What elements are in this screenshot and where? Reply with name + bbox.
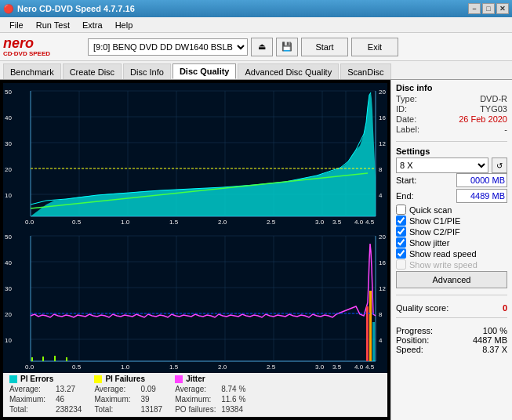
show-c2-pif-checkbox[interactable] — [396, 226, 406, 237]
refresh-button[interactable]: ↺ — [492, 158, 507, 173]
show-write-speed-row: Show write speed — [396, 259, 507, 270]
svg-text:10: 10 — [5, 192, 12, 199]
quality-score-value: 0 — [503, 303, 507, 313]
title-bar: 🔴 Nero CD-DVD Speed 4.7.7.16 – □ ✕ — [0, 0, 512, 17]
app-icon: 🔴 — [3, 4, 14, 14]
side-panel: Disc info Type: DVD-R ID: TYG03 Date: 26… — [390, 80, 512, 420]
pi-errors-total-label: Total: — [9, 405, 53, 414]
settings-title: Settings — [396, 147, 507, 156]
pi-errors-color — [9, 375, 17, 383]
pi-failures-avg-value: 0.09 — [140, 385, 155, 393]
svg-text:0.5: 0.5 — [72, 219, 82, 226]
show-write-speed-label: Show write speed — [409, 260, 478, 270]
pi-errors-avg-label: Average: — [9, 385, 53, 393]
svg-text:0.5: 0.5 — [72, 364, 82, 371]
menu-extra[interactable]: Extra — [76, 19, 109, 31]
svg-text:2.5: 2.5 — [267, 219, 276, 226]
tab-disc-quality[interactable]: Disc Quality — [172, 63, 237, 79]
show-jitter-checkbox[interactable] — [396, 237, 406, 248]
maximize-button[interactable]: □ — [482, 3, 495, 14]
svg-text:0.0: 0.0 — [25, 219, 34, 226]
position-row: Position: 4487 MB — [396, 335, 507, 345]
svg-text:50: 50 — [5, 89, 12, 96]
svg-text:4.5: 4.5 — [365, 364, 375, 371]
pi-failures-max-label: Maximum: — [94, 395, 137, 404]
main-content: 50 40 30 20 10 20 16 12 8 4 0.0 0.5 1.0 … — [0, 80, 512, 420]
svg-text:50: 50 — [5, 234, 12, 241]
tabs: Benchmark Create Disc Disc Info Disc Qua… — [0, 61, 512, 80]
speed-label: Speed: — [396, 345, 423, 354]
app-title: Nero CD-DVD Speed 4.7.7.16 — [17, 4, 135, 13]
progress-section: Progress: 100 % Position: 4487 MB Speed:… — [396, 326, 507, 354]
jitter-color — [175, 375, 183, 383]
eject-button[interactable]: ⏏ — [251, 38, 273, 56]
start-button[interactable]: Start — [301, 38, 348, 56]
tab-create-disc[interactable]: Create Disc — [63, 63, 122, 79]
menu-file[interactable]: File — [3, 19, 30, 31]
menu-bar: File Run Test Extra Help — [0, 17, 512, 33]
separator-1 — [396, 141, 507, 142]
logo-text: nero — [3, 36, 50, 50]
menu-help[interactable]: Help — [109, 19, 140, 31]
pi-failures-total-label: Total: — [94, 405, 137, 414]
tab-scan-disc[interactable]: ScanDisc — [340, 63, 390, 79]
pi-failures-legend: PI Failures Average: 0.09 Maximum: 39 To… — [94, 375, 162, 414]
speed-dropdown[interactable]: 8 X Maximum 2 X 4 X 6 X — [396, 158, 488, 173]
svg-text:16: 16 — [379, 259, 386, 266]
svg-text:0.0: 0.0 — [25, 364, 34, 371]
bottom-chart-svg: 50 40 30 20 10 20 16 12 8 4 0.0 0.5 1.0 … — [3, 228, 387, 373]
show-jitter-label: Show jitter — [409, 238, 449, 248]
tab-disc-info[interactable]: Disc Info — [123, 63, 171, 79]
close-button[interactable]: ✕ — [496, 3, 509, 14]
minimize-button[interactable]: – — [468, 3, 481, 14]
disc-date-value: 26 Feb 2020 — [459, 114, 507, 124]
svg-rect-82 — [369, 291, 372, 361]
disc-type-row: Type: DVD-R — [396, 94, 507, 103]
start-input[interactable] — [456, 173, 507, 187]
show-c2-pif-row: Show C2/PIF — [396, 226, 507, 237]
quality-score-label: Quality score: — [396, 303, 448, 313]
jitter-avg-label: Average: — [175, 385, 218, 393]
pi-failures-color — [94, 375, 102, 383]
disc-label-row: Label: - — [396, 125, 507, 134]
disc-label-label: Label: — [396, 125, 419, 134]
drive-dropdown[interactable]: [9:0] BENQ DVD DD DW1640 BSLB — [88, 38, 248, 56]
svg-text:10: 10 — [5, 337, 12, 344]
quick-scan-label: Quick scan — [409, 205, 452, 215]
svg-text:1.0: 1.0 — [121, 219, 130, 226]
show-read-speed-checkbox[interactable] — [396, 248, 406, 259]
pi-errors-avg-value: 13.27 — [56, 385, 75, 393]
jitter-max-label: Maximum: — [175, 395, 218, 404]
exit-button[interactable]: Exit — [351, 38, 398, 56]
progress-value: 100 % — [483, 326, 507, 335]
svg-rect-77 — [31, 357, 33, 361]
svg-text:1.0: 1.0 — [121, 364, 130, 371]
svg-text:4: 4 — [379, 192, 383, 199]
show-c1-pie-row: Show C1/PIE — [396, 215, 507, 226]
svg-text:8: 8 — [379, 166, 383, 173]
menu-run-test[interactable]: Run Test — [30, 19, 76, 31]
disc-label-value: - — [504, 125, 507, 134]
save-button[interactable]: 💾 — [276, 38, 298, 56]
tab-benchmark[interactable]: Benchmark — [3, 63, 61, 79]
disc-type-label: Type: — [396, 94, 417, 103]
po-failures-value: 19384 — [221, 405, 243, 414]
svg-text:30: 30 — [5, 285, 12, 292]
tab-advanced-disc-quality[interactable]: Advanced Disc Quality — [238, 63, 339, 79]
advanced-button[interactable]: Advanced — [396, 271, 507, 288]
show-read-speed-label: Show read speed — [409, 249, 477, 259]
svg-text:20: 20 — [5, 311, 12, 318]
logo: nero CD·DVD SPEED — [3, 36, 82, 57]
svg-text:20: 20 — [379, 89, 386, 96]
pi-failures-max-value: 39 — [140, 395, 149, 404]
quick-scan-checkbox[interactable] — [396, 205, 406, 215]
show-c1-pie-checkbox[interactable] — [396, 215, 406, 226]
svg-text:40: 40 — [5, 259, 12, 266]
progress-row: Progress: 100 % — [396, 326, 507, 335]
pi-errors-max-value: 46 — [56, 395, 64, 404]
svg-rect-40 — [3, 228, 387, 373]
svg-rect-83 — [372, 322, 375, 361]
end-input[interactable] — [456, 189, 507, 203]
pi-errors-chart: 50 40 30 20 10 20 16 12 8 4 0.0 0.5 1.0 … — [3, 83, 387, 226]
show-write-speed-checkbox — [396, 259, 406, 270]
